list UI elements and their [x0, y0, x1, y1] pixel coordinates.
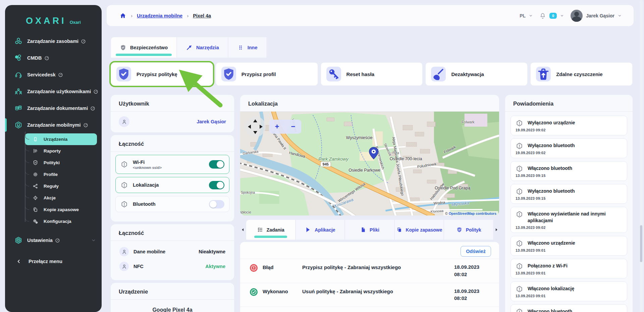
- sidebar-subitem[interactable]: Akcje: [25, 192, 97, 204]
- action-button[interactable]: Zdalne czyszczenie: [530, 62, 633, 86]
- gauge-icon: [55, 238, 60, 243]
- breadcrumb-current-device[interactable]: Pixel 4a: [193, 13, 211, 18]
- detail-tab[interactable]: Polityk: [444, 220, 493, 240]
- section-tab[interactable]: Bezpieczeństwo: [111, 37, 177, 58]
- pan-right-icon[interactable]: [260, 125, 263, 129]
- user-profile-link[interactable]: Jarek Gąsior: [197, 119, 226, 124]
- detail-tab[interactable]: Aplikacje: [296, 220, 345, 240]
- task-row[interactable]: Wykonano Usuń politykę - Zabraniaj wszys…: [240, 283, 499, 307]
- breadcrumb-link-devices[interactable]: Urządzenia mobilne: [137, 13, 182, 18]
- status-label: NFC: [133, 264, 144, 269]
- hexagon-exclamation-icon: [120, 181, 128, 189]
- home-icon[interactable]: [119, 12, 126, 19]
- sidebar-item[interactable]: Servicedesk: [5, 66, 102, 83]
- notification-card[interactable]: Wyłączono bluetooth 19.09.2023 09:02: [511, 138, 627, 158]
- user-name[interactable]: Jarek Gąsior: [586, 13, 614, 18]
- refresh-button[interactable]: Odśwież: [461, 246, 491, 257]
- hexagon-exclamation-icon: [516, 308, 523, 312]
- action-button[interactable]: Przypisz politykę: [111, 62, 213, 86]
- notification-date: 13.09.2023 09:15: [516, 174, 622, 178]
- connectivity-toggle-row: Lokalizacja: [115, 177, 229, 193]
- hexagon-exclamation-icon: [516, 188, 523, 195]
- divider: [111, 299, 234, 300]
- action-button[interactable]: Dezaktywacja: [425, 62, 528, 86]
- tabs-scroll-right-icon[interactable]: [493, 220, 499, 240]
- status-label: Dane mobilne: [133, 249, 165, 254]
- detail-tab-label: Aplikacje: [315, 227, 335, 233]
- notification-title: Połączono z Wi-Fi: [528, 262, 568, 269]
- pan-up-icon[interactable]: [253, 119, 257, 122]
- hexagon-exclamation-icon: [120, 200, 128, 208]
- sidebar-subitem[interactable]: Urządzenia: [25, 133, 97, 145]
- notification-card[interactable]: Połączono z Wi-Fi 13.09.2023 09:01: [511, 259, 627, 278]
- zoom-in-button[interactable]: +: [275, 123, 279, 130]
- detail-tab[interactable]: Kopie zapasowe: [394, 220, 444, 240]
- sidebar-subitem-icon: [33, 136, 38, 142]
- sidebar-item[interactable]: Zarządzanie użytkownikami: [5, 83, 102, 100]
- sidebar-item-icon: [14, 37, 22, 45]
- toggle-sublabel: <unknown ssid>: [133, 166, 162, 170]
- notification-count-badge[interactable]: 0: [549, 13, 557, 19]
- detail-tab[interactable]: Pliki: [345, 220, 394, 240]
- sidebar-item[interactable]: CMDB: [5, 50, 102, 66]
- notification-card[interactable]: Włączono wyświetlanie nad innymi aplikac…: [511, 207, 627, 233]
- breadcrumb: › Urządzenia mobilne › Pixel 4a: [119, 12, 211, 19]
- zoom-out-button[interactable]: −: [291, 123, 296, 130]
- task-row[interactable]: Błąd Przypisz politykę - Zabraniaj wszys…: [240, 259, 499, 283]
- scrollbar-thumb[interactable]: [640, 225, 642, 262]
- notification-card[interactable]: Włączono urządzenie 13.09.2023 09:01: [511, 236, 627, 256]
- sidebar-item-icon: [14, 71, 22, 79]
- sidebar-subitem[interactable]: Profile: [25, 169, 97, 180]
- status-row: Dane mobilne Nieaktywne: [111, 244, 234, 259]
- notifications-bell-icon[interactable]: [539, 12, 546, 19]
- notification-card[interactable]: Wyłączono urządznie 19.09.2023 09:02: [511, 116, 627, 135]
- sidebar-subitem[interactable]: Kopie zapasowe: [25, 204, 97, 215]
- action-icon: [431, 67, 446, 81]
- section-tab[interactable]: Narzędzia: [177, 37, 228, 58]
- detail-tabs: Zadania Aplikacje Pliki Kopie zapasowe P…: [240, 220, 499, 240]
- map[interactable]: WyszymieściePark ZamkowyOsiedle ParkoweO…: [240, 112, 499, 215]
- sidebar-item-icon: [14, 104, 22, 112]
- location-panel-title: Lokalizacja: [240, 95, 499, 111]
- sidebar-item-icon: [14, 121, 22, 129]
- language-selector[interactable]: PL: [520, 13, 526, 18]
- toggle-switch[interactable]: [209, 200, 224, 208]
- task-row[interactable]: Wykonano Przypisz politykę - Zabraniaj w…: [240, 307, 499, 312]
- section-tab[interactable]: Inne: [228, 37, 267, 58]
- page-scrollbar[interactable]: [640, 0, 643, 312]
- sidebar-subitem-icon: [33, 219, 38, 224]
- sidebar-subitem-label: Akcje: [44, 195, 56, 200]
- osm-link[interactable]: OpenStreetMap contributors: [449, 211, 496, 215]
- tabs-scroll-left-icon[interactable]: [240, 220, 246, 240]
- sidebar-subitem[interactable]: Konfiguracja: [25, 215, 97, 227]
- sidebar-item[interactable]: Zarządzanie mobilnymi: [5, 117, 102, 133]
- action-button[interactable]: Przypisz profil: [216, 62, 318, 86]
- notification-card[interactable]: Wyłączono bluetooth 13.09.2023 09:15: [511, 184, 627, 204]
- toggle-switch[interactable]: [209, 160, 224, 169]
- sidebar-item-icon: [14, 54, 22, 62]
- sidebar-item[interactable]: Zarządzanie zasobami: [5, 33, 102, 50]
- sidebar-item[interactable]: Zarządzanie dokumentami: [5, 100, 102, 117]
- notification-card[interactable]: Włączono lokalizację 13.09.2023 09:01: [511, 282, 627, 301]
- sidebar-subitem[interactable]: Reguły: [25, 180, 97, 192]
- sidebar-subitem[interactable]: Raporty: [25, 145, 97, 157]
- toggle-switch[interactable]: [209, 181, 224, 189]
- location-panel: Lokalizacja: [240, 95, 499, 215]
- action-button[interactable]: Reset hasła: [321, 62, 423, 86]
- notification-date: 13.09.2023 09:01: [516, 294, 622, 298]
- sidebar: OXARI Oxari Zarządzanie zasobami CMDB: [5, 5, 102, 312]
- notification-card[interactable]: Włączono bluetooth 13.09.2023 09:15: [511, 161, 627, 181]
- sidebar-subitem[interactable]: Polityki: [25, 157, 97, 169]
- toggle-menu-button[interactable]: Przełącz menu: [5, 254, 102, 269]
- detail-tab[interactable]: Zadania: [246, 220, 296, 240]
- sidebar-item-settings[interactable]: Ustawienia: [5, 232, 102, 249]
- user-avatar[interactable]: [571, 10, 583, 22]
- pan-down-icon[interactable]: [253, 131, 257, 134]
- notification-card[interactable]: Włączono bluetooth: [511, 304, 627, 312]
- chevron-down-icon: [529, 14, 533, 17]
- action-icon: [536, 67, 551, 81]
- detail-tab-icon: [396, 227, 402, 233]
- notification-title: Wyłączono bluetooth: [528, 142, 575, 149]
- pan-left-icon[interactable]: [248, 125, 251, 129]
- map-pan-control[interactable]: [245, 116, 266, 137]
